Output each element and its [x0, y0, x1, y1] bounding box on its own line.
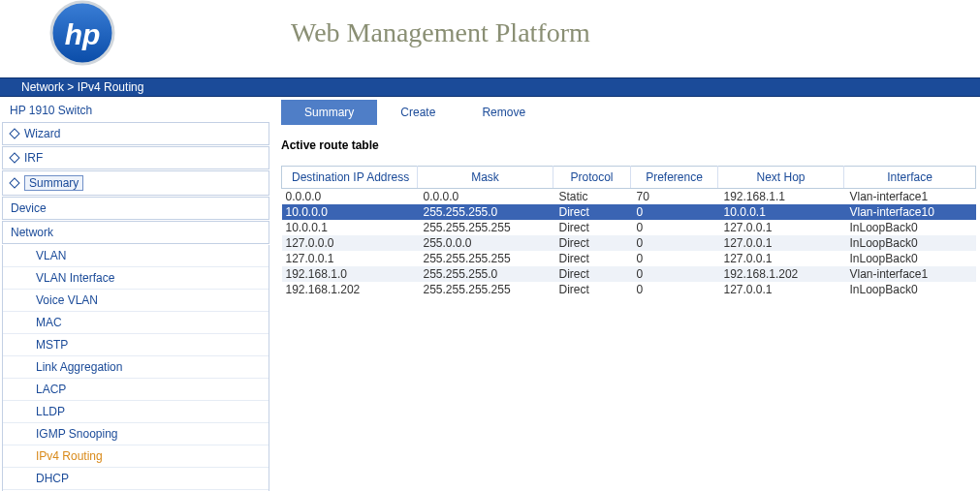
cell-hop: 192.168.1.202: [718, 266, 844, 282]
cell-pref: 70: [631, 189, 718, 205]
table-row[interactable]: 10.0.0.1255.255.255.255Direct0127.0.0.1I…: [282, 220, 976, 235]
table-header-row: Destination IP Address Mask Protocol Pre…: [282, 167, 976, 189]
th-mask[interactable]: Mask: [418, 167, 553, 189]
cell-dest: 192.168.1.0: [282, 266, 418, 282]
cell-hop: 192.168.1.1: [718, 189, 844, 205]
cell-iface: InLoopBack0: [844, 235, 976, 251]
sidebar-item-mac[interactable]: MAC: [3, 312, 269, 334]
table-row[interactable]: 192.168.1.202255.255.255.255Direct0127.0…: [282, 282, 976, 297]
cell-mask: 0.0.0.0: [418, 189, 553, 205]
sidebar-network-submenu: VLAN VLAN Interface Voice VLAN MAC MSTP …: [2, 245, 269, 491]
top-header: hp Web Management Platform: [0, 0, 980, 77]
cell-dest: 10.0.0.1: [282, 220, 418, 235]
th-next-hop[interactable]: Next Hop: [718, 167, 844, 189]
cell-pref: 0: [631, 204, 718, 220]
table-row[interactable]: 0.0.0.00.0.0.0Static70192.168.1.1Vlan-in…: [282, 189, 976, 205]
cell-hop: 127.0.0.1: [718, 282, 844, 297]
tab-remove[interactable]: Remove: [458, 100, 549, 125]
cell-mask: 255.255.255.0: [418, 204, 553, 220]
cell-mask: 255.255.255.255: [418, 251, 553, 266]
cell-proto: Direct: [553, 266, 631, 282]
diamond-icon: [9, 177, 19, 188]
table-row[interactable]: 127.0.0.0255.0.0.0Direct0127.0.0.1InLoop…: [282, 235, 976, 251]
cell-pref: 0: [631, 235, 718, 251]
cell-pref: 0: [631, 251, 718, 266]
route-table: Destination IP Address Mask Protocol Pre…: [281, 166, 976, 297]
main-content: Summary Create Remove Active route table…: [271, 97, 980, 491]
section-title: Active route table: [281, 138, 976, 152]
diamond-icon: [9, 152, 19, 163]
table-row[interactable]: 10.0.0.0255.255.255.0Direct010.0.0.1Vlan…: [282, 204, 976, 220]
cell-dest: 192.168.1.202: [282, 282, 418, 297]
sidebar-item-vlan-interface[interactable]: VLAN Interface: [3, 267, 269, 290]
cell-dest: 0.0.0.0: [282, 189, 418, 205]
cell-pref: 0: [631, 266, 718, 282]
sidebar-item-voice-vlan[interactable]: Voice VLAN: [3, 290, 269, 312]
sidebar-item-ipv4-routing[interactable]: IPv4 Routing: [3, 445, 269, 468]
cell-proto: Direct: [553, 220, 631, 235]
sidebar-item-summary[interactable]: Summary: [2, 170, 269, 196]
page-title: Web Management Platform: [291, 17, 590, 48]
tabs: Summary Create Remove: [281, 100, 976, 125]
hp-logo: hp: [29, 0, 136, 80]
sidebar-device-title: HP 1910 Switch: [2, 100, 269, 121]
table-row[interactable]: 192.168.1.0255.255.255.0Direct0192.168.1…: [282, 266, 976, 282]
tab-create[interactable]: Create: [377, 100, 458, 125]
cell-hop: 10.0.0.1: [718, 204, 844, 220]
sidebar-item-igmp-snooping[interactable]: IGMP Snooping: [3, 423, 269, 445]
sidebar-item-lldp[interactable]: LLDP: [3, 401, 269, 423]
sidebar: HP 1910 Switch Wizard IRF Summary Device…: [0, 97, 271, 491]
sidebar-item-link-aggregation[interactable]: Link Aggregation: [3, 356, 269, 379]
cell-hop: 127.0.0.1: [718, 220, 844, 235]
sidebar-item-label: IRF: [24, 151, 43, 165]
cell-proto: Direct: [553, 235, 631, 251]
sidebar-item-wizard[interactable]: Wizard: [2, 122, 269, 145]
cell-proto: Static: [553, 189, 631, 205]
cell-pref: 0: [631, 220, 718, 235]
sidebar-item-irf[interactable]: IRF: [2, 146, 269, 169]
sidebar-item-mstp[interactable]: MSTP: [3, 334, 269, 356]
cell-mask: 255.255.255.255: [418, 220, 553, 235]
sidebar-item-vlan[interactable]: VLAN: [3, 245, 269, 267]
sidebar-item-dhcp[interactable]: DHCP: [3, 468, 269, 490]
tab-summary[interactable]: Summary: [281, 100, 377, 125]
svg-text:hp: hp: [65, 18, 101, 50]
table-row[interactable]: 127.0.0.1255.255.255.255Direct0127.0.0.1…: [282, 251, 976, 266]
sidebar-item-lacp[interactable]: LACP: [3, 379, 269, 401]
cell-pref: 0: [631, 282, 718, 297]
sidebar-section-device[interactable]: Device: [2, 197, 269, 220]
cell-dest: 10.0.0.0: [282, 204, 418, 220]
cell-proto: Direct: [553, 251, 631, 266]
cell-iface: Vlan-interface10: [844, 204, 976, 220]
cell-dest: 127.0.0.1: [282, 251, 418, 266]
cell-iface: InLoopBack0: [844, 282, 976, 297]
cell-proto: Direct: [553, 204, 631, 220]
cell-iface: Vlan-interface1: [844, 189, 976, 205]
sidebar-section-network[interactable]: Network: [2, 221, 269, 244]
cell-iface: InLoopBack0: [844, 251, 976, 266]
cell-hop: 127.0.0.1: [718, 251, 844, 266]
cell-mask: 255.255.255.255: [418, 282, 553, 297]
cell-mask: 255.255.255.0: [418, 266, 553, 282]
th-preference[interactable]: Preference: [631, 167, 718, 189]
cell-proto: Direct: [553, 282, 631, 297]
breadcrumb: Network > IPv4 Routing: [0, 77, 980, 97]
sidebar-item-label: Wizard: [24, 127, 60, 140]
cell-dest: 127.0.0.0: [282, 235, 418, 251]
th-protocol[interactable]: Protocol: [553, 167, 631, 189]
th-destination[interactable]: Destination IP Address: [282, 167, 418, 189]
cell-iface: InLoopBack0: [844, 220, 976, 235]
diamond-icon: [9, 128, 19, 138]
cell-iface: Vlan-interface1: [844, 266, 976, 282]
th-interface[interactable]: Interface: [844, 167, 976, 189]
cell-mask: 255.0.0.0: [418, 235, 553, 251]
sidebar-item-label: Summary: [24, 175, 83, 191]
cell-hop: 127.0.0.1: [718, 235, 844, 251]
